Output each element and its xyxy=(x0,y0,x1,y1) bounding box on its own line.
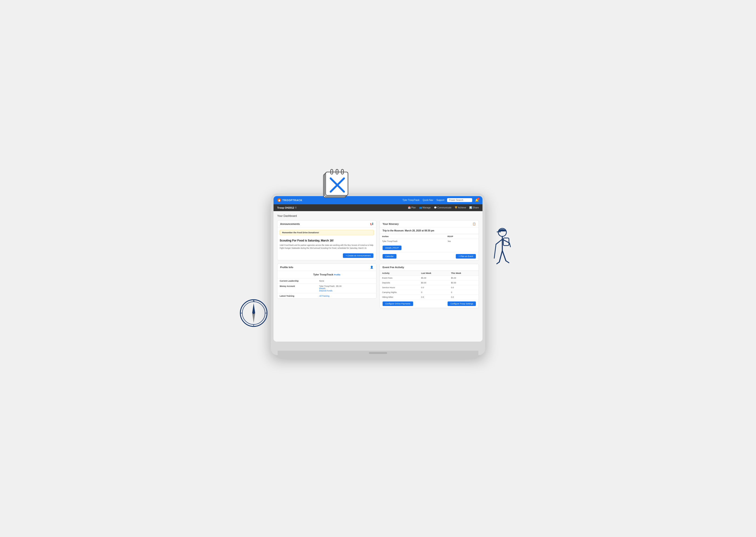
invitee-name: Tyler TroopTrack xyxy=(380,239,445,243)
deposit-funds-link[interactable]: Deposit Funds xyxy=(319,290,374,292)
itinerary-table: Invitee RSVP Tyler TroopTrack Yes xyxy=(380,234,479,243)
svg-point-24 xyxy=(253,312,255,314)
table-row: Event Fees $5.00 $5.00 xyxy=(380,275,479,280)
fee-this-week: $0.00 xyxy=(449,280,479,285)
sub-nav-links: 📅 Plan 👥 Manage 💬 Communicate 🏆 Achieve xyxy=(408,206,479,209)
share-icon: 📊 xyxy=(469,206,472,209)
nav-support[interactable]: Support xyxy=(437,199,444,201)
event-fee-card-header: Event Fee Activity xyxy=(380,264,479,271)
fee-table-header-row: Activity Last Week This Week xyxy=(380,271,479,275)
nav-share[interactable]: 📊 Share xyxy=(469,206,479,209)
table-row: Deposits $0.00 $0.00 xyxy=(380,280,479,285)
nav-tyler-trooptrack[interactable]: Tyler TroopTrack xyxy=(402,199,420,201)
configure-payments-button[interactable]: Configure Online Payments xyxy=(383,302,413,306)
fee-header-this-week: This Week xyxy=(449,271,479,275)
calendar-icon: 📅 xyxy=(408,206,411,209)
manage-icon: 👥 xyxy=(419,206,422,209)
fee-this-week: 0.0 xyxy=(449,285,479,290)
all-training-link[interactable]: All Training xyxy=(319,295,374,297)
profile-info-card-header: Profile Info 👤 xyxy=(277,264,376,271)
leadership-label: Current Leadership xyxy=(277,278,317,283)
itinerary-actions: Calendar + Plan an Event xyxy=(380,252,479,261)
money-account-label: Money Account xyxy=(277,283,317,293)
svg-line-13 xyxy=(494,244,496,258)
right-column: Your Itinerary 📋 Trip to the Museum: Mar… xyxy=(380,220,479,308)
configure-troop-button[interactable]: Configure Troop Settings xyxy=(447,302,476,306)
troop-name: Troop OH2012 ℹ xyxy=(277,206,296,209)
fee-last-week: 0 xyxy=(419,290,449,295)
fee-this-week: 0.0 xyxy=(449,295,479,299)
itinerary-event-title: Trip to the Museum: March 28, 2020 at 08… xyxy=(380,227,479,234)
svg-line-18 xyxy=(497,262,499,264)
announcement-text: Utah Food Bank and its partner agencies … xyxy=(280,244,374,250)
fee-header-activity: Activity xyxy=(380,271,419,275)
itinerary-title: Your Itinerary xyxy=(383,223,399,225)
leadership-value: None xyxy=(317,278,376,283)
create-announcement-button[interactable]: + Create an Announcement xyxy=(343,253,373,258)
svg-line-19 xyxy=(506,261,509,263)
event-fee-card: Event Fee Activity Activity Last Week Th… xyxy=(380,264,479,308)
itinerary-header-rsvp: RSVP xyxy=(445,234,479,239)
table-row: Latest Training All Training xyxy=(277,293,376,299)
nav-communicate[interactable]: 💬 Communicate xyxy=(434,206,451,209)
profile-link[interactable]: Profile xyxy=(334,274,340,276)
announcements-card-header: Announcements 📢 xyxy=(277,221,376,227)
logo-text: TROOPTRACK xyxy=(282,199,303,202)
laptop-shell: TROOPTRACK Tyler TroopTrack Quick Nav Su… xyxy=(271,193,485,355)
laptop-base xyxy=(277,351,479,359)
notification-badge: 1 xyxy=(477,198,480,200)
svg-marker-22 xyxy=(252,303,255,313)
search-input[interactable] xyxy=(447,198,472,202)
table-row: Tyler TroopTrack Yes xyxy=(380,239,479,243)
announcement-body: Scouting For Food is Saturday, March 16!… xyxy=(277,238,376,251)
fee-last-week: 0.0 xyxy=(419,285,449,290)
itinerary-header-invitee: Invitee xyxy=(380,234,445,239)
sub-nav-bar: Troop OH2012 ℹ 📅 Plan 👥 Manage 💬 Communi… xyxy=(273,204,483,211)
fee-activity: Camping Nights xyxy=(380,290,419,295)
itinerary-card: Your Itinerary 📋 Trip to the Museum: Mar… xyxy=(380,220,479,261)
profile-name-area: Tyler TroopTrack Profile xyxy=(277,271,376,278)
money-account-value: Tyler TroopTrack: -$5.00 Details Deposit… xyxy=(317,283,376,293)
laptop-screen: TROOPTRACK Tyler TroopTrack Quick Nav Su… xyxy=(273,196,483,342)
profile-icon: 👤 xyxy=(370,266,373,269)
nav-manage[interactable]: 👥 Manage xyxy=(419,206,431,209)
scene: N TROOPTRACK Tyler Troop xyxy=(253,175,503,362)
megaphone-icon: 📢 xyxy=(370,222,373,226)
main-content: Your Dashboard Announcements 📢 Remember … xyxy=(273,211,483,342)
nav-plan[interactable]: 📅 Plan xyxy=(408,206,416,209)
fee-table: Activity Last Week This Week Event Fees … xyxy=(380,271,479,300)
two-column-layout: Announcements 📢 Remember the Food Drive … xyxy=(277,220,479,308)
table-row: Current Leadership None xyxy=(277,278,376,283)
announcement-alert: Remember the Food Drive Donations! xyxy=(280,230,374,235)
profile-info-card: Profile Info 👤 Tyler TroopTrack Profile xyxy=(277,264,376,299)
itinerary-card-header: Your Itinerary 📋 xyxy=(380,221,479,227)
announcement-headline: Scouting For Food is Saturday, March 16! xyxy=(280,239,374,243)
details-rsvp-button[interactable]: Details | RSVP xyxy=(383,246,401,250)
calendar-button[interactable]: Calendar xyxy=(383,254,397,259)
announcements-title: Announcements xyxy=(280,223,300,225)
nav-quick-nav[interactable]: Quick Nav xyxy=(423,199,433,201)
nav-achieve[interactable]: 🏆 Achieve xyxy=(455,206,466,209)
profile-table: Current Leadership None Money Account Ty… xyxy=(277,278,376,299)
table-row: Hiking Miles 0.0 0.0 xyxy=(380,295,479,299)
top-nav-bar: TROOPTRACK Tyler TroopTrack Quick Nav Su… xyxy=(273,196,483,204)
svg-line-14 xyxy=(509,243,510,247)
svg-line-11 xyxy=(496,239,502,244)
plan-event-button[interactable]: + Plan an Event xyxy=(456,254,476,259)
itinerary-table-header-row: Invitee RSVP xyxy=(380,234,479,239)
details-link[interactable]: Details xyxy=(319,287,374,290)
notifications-button[interactable]: 🔔 1 xyxy=(475,198,479,202)
fee-activity: Deposits xyxy=(380,280,419,285)
compass-icon: N xyxy=(239,298,269,328)
trophy-icon: 🏆 xyxy=(455,206,457,209)
profile-info-title: Profile Info xyxy=(280,266,293,268)
fee-activity: Event Fees xyxy=(380,275,419,280)
fee-activity: Service Hours xyxy=(380,285,419,290)
notebook-icon xyxy=(319,168,351,200)
dashboard-title: Your Dashboard xyxy=(277,214,479,218)
top-nav-links: Tyler TroopTrack Quick Nav Support xyxy=(402,199,444,201)
table-row: Service Hours 0.0 0.0 xyxy=(380,285,479,290)
announcements-card: Announcements 📢 Remember the Food Drive … xyxy=(277,220,376,261)
svg-marker-23 xyxy=(252,313,255,323)
fee-this-week: $5.00 xyxy=(449,275,479,280)
